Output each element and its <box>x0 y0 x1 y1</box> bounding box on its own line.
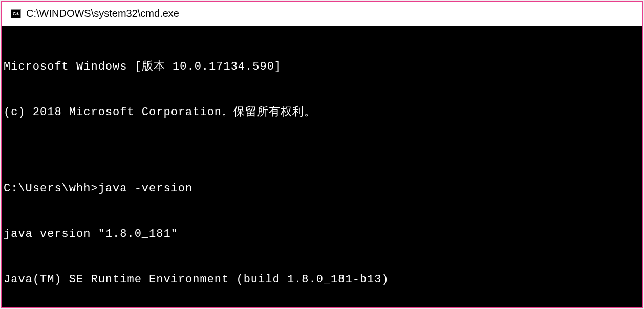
terminal-output: Java(TM) SE Runtime Environment (build 1… <box>4 272 642 288</box>
terminal-output: java version "1.8.0_181" <box>4 227 642 242</box>
titlebar[interactable]: C:\. C:\WINDOWS\system32\cmd.exe <box>2 2 642 26</box>
window-title: C:\WINDOWS\system32\cmd.exe <box>26 8 179 19</box>
cmd-icon: C:\. <box>11 9 21 18</box>
terminal-area[interactable]: Microsoft Windows [版本 10.0.17134.590] (c… <box>2 26 642 307</box>
terminal-prompt-1: C:\Users\whh>java -version <box>4 181 642 196</box>
terminal-banner-copyright: (c) 2018 Microsoft Corporation。保留所有权利。 <box>4 105 642 120</box>
terminal-banner-version: Microsoft Windows [版本 10.0.17134.590] <box>4 59 642 75</box>
cmd-window: C:\. C:\WINDOWS\system32\cmd.exe Microso… <box>1 1 643 308</box>
